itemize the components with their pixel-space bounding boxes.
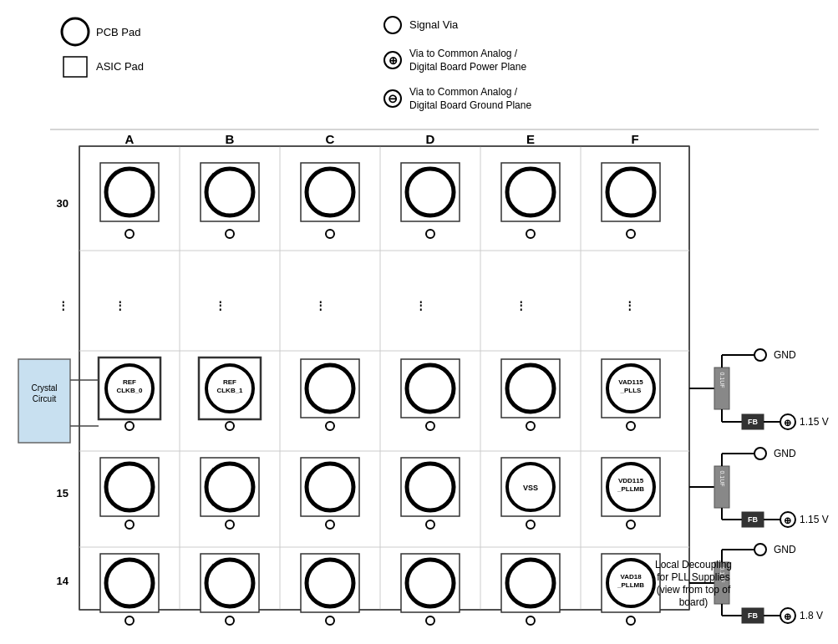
legend-signal-via-icon — [384, 17, 401, 33]
label-15f-line2: _PLLMB — [617, 485, 644, 493]
col-header-c: C — [326, 132, 335, 146]
via-16d — [426, 422, 434, 430]
via-power-14 — [780, 608, 795, 623]
asic-pad-15a — [100, 458, 159, 516]
svg-text:⋮: ⋮ — [215, 299, 226, 312]
label-16a-line1: REF — [123, 378, 136, 386]
via-16e — [526, 422, 535, 430]
via-30f — [627, 230, 635, 238]
col-header-f: F — [631, 132, 638, 146]
via-gnd-15 — [754, 448, 766, 459]
pcb-pad-14b — [206, 560, 253, 606]
via-30e — [526, 230, 535, 238]
via-16b — [226, 422, 234, 430]
asic-pad-14c — [301, 554, 359, 612]
via-15e — [526, 520, 535, 529]
pcb-pad-16f — [607, 365, 654, 412]
pcb-pad-30d — [407, 169, 454, 216]
via-30c — [326, 230, 334, 238]
legend-ground-via-icon — [384, 90, 401, 107]
row-header-16: 16 — [57, 391, 69, 403]
pcb-pad-30a — [106, 169, 153, 216]
svg-text:⊕: ⊕ — [389, 54, 398, 67]
asic-pad-30d — [401, 163, 460, 221]
svg-text:Digital Board Power Plane: Digital Board Power Plane — [409, 61, 526, 73]
via-14c — [326, 616, 334, 625]
asic-pad-30b — [201, 163, 259, 221]
svg-text:⋮: ⋮ — [515, 299, 526, 312]
asic-pad-14e — [501, 554, 560, 612]
svg-text:⋮: ⋮ — [624, 299, 635, 312]
via-15c — [326, 520, 334, 529]
label-15f-line1: VDD115 — [618, 477, 644, 484]
footer-line4: board) — [679, 596, 708, 608]
svg-text:⋮: ⋮ — [415, 299, 426, 312]
row-header-30: 30 — [57, 197, 69, 210]
asic-pad-30f — [602, 163, 660, 221]
asic-pad-15e — [501, 458, 560, 516]
asic-pad-16c — [301, 359, 359, 418]
label-16b-line2: CLKB_1 — [216, 387, 243, 394]
asic-pad-16b-highlight — [199, 357, 261, 419]
diagram-svg: PCB Pad ASIC Pad Signal Via ⊕ Via to Com… — [0, 0, 838, 644]
row-header-dots1: ⋮ — [58, 299, 69, 312]
cap-label-14: 0.1UF — [719, 566, 725, 582]
asic-pad-14d — [401, 554, 460, 612]
asic-pad-16d — [401, 359, 460, 418]
voltage-label-15: 1.15 V — [800, 514, 829, 525]
row-header-15: 15 — [57, 487, 69, 499]
cap-14 — [714, 562, 729, 604]
legend-signal-via-text: Signal Via — [409, 18, 459, 31]
pcb-pad-16d — [407, 365, 454, 412]
asic-pad-30c — [301, 163, 359, 221]
asic-pad-14b — [201, 554, 259, 612]
svg-text:⊕: ⊕ — [784, 418, 791, 428]
via-16a — [125, 422, 134, 430]
pcb-pad-15a — [106, 464, 153, 510]
label-16a-line2: CLKB_0 — [116, 387, 143, 394]
voltage-label-16: 1.15 V — [800, 416, 829, 428]
via-gnd-14 — [754, 544, 766, 555]
pcb-pad-14a — [106, 560, 153, 606]
via-14a — [125, 616, 134, 625]
crystal-circuit-label-line1: Crystal — [31, 383, 57, 393]
pcb-pad-14f — [607, 560, 654, 606]
row-header-14: 14 — [57, 575, 69, 587]
pcb-pad-15f — [607, 464, 654, 510]
label-16b-line1: REF — [223, 378, 236, 386]
legend-power-via-icon — [384, 52, 401, 68]
label-16f-line2: _PLLS — [620, 387, 642, 394]
via-15a — [125, 520, 134, 529]
asic-pad-14f — [602, 554, 660, 612]
footer-line3: (view from top of — [657, 584, 731, 596]
svg-text:⊖: ⊖ — [388, 92, 398, 105]
fb-box-14 — [742, 608, 764, 623]
svg-text:⋮: ⋮ — [315, 299, 326, 312]
gnd-label-15: GND — [774, 448, 796, 459]
via-gnd-16 — [754, 349, 766, 361]
fb-label-14: FB — [748, 611, 758, 620]
col-header-d: D — [426, 132, 435, 146]
gnd-label-16: GND — [774, 349, 796, 361]
svg-text:⊕: ⊕ — [784, 611, 791, 621]
via-30d — [426, 230, 434, 238]
asic-pad-30e — [501, 163, 560, 221]
asic-pad-16f — [602, 359, 660, 418]
asic-pad-16a-highlight — [99, 357, 160, 419]
gnd-label-14: GND — [774, 544, 796, 555]
asic-pad-15b — [201, 458, 259, 516]
pcb-pad-15d — [407, 464, 454, 510]
asic-pad-30a — [100, 163, 159, 221]
cap-16 — [714, 368, 729, 409]
via-15f — [627, 520, 635, 529]
legend-asic-pad-icon — [63, 57, 87, 77]
via-30b — [226, 230, 234, 238]
crystal-circuit-label-line2: Circuit — [33, 394, 57, 403]
crystal-circuit-box — [18, 359, 70, 443]
pcb-pad-30f — [607, 169, 654, 216]
pcb-pad-16e — [507, 365, 554, 412]
col-header-a: A — [125, 132, 135, 146]
fb-box-16 — [742, 414, 764, 429]
pcb-pad-15e — [507, 464, 554, 510]
via-power-16 — [780, 414, 795, 429]
